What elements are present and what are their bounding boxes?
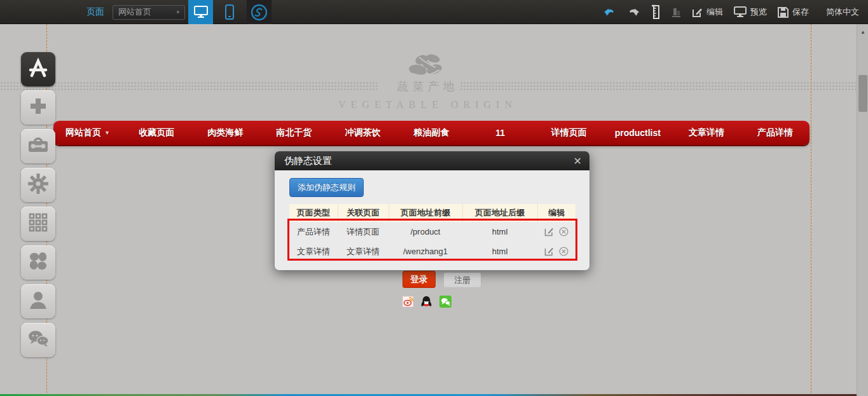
- cell-url-suffix: html: [462, 242, 537, 261]
- table-row: 产品详情 详情页面 /product html: [289, 222, 575, 242]
- grid-icon: [29, 213, 48, 235]
- nav-item-detail-page[interactable]: 详情页面: [535, 121, 603, 145]
- clover-icon: [28, 251, 48, 274]
- app-design-icon: [27, 58, 49, 81]
- cell-linked-page: 详情页面: [338, 222, 389, 242]
- site-nav: 网站首页 ▼ 收藏页面 肉类海鲜 南北干货 冲调茶饮 粮油副食 11 详情页面 …: [53, 121, 809, 145]
- rules-table: 页面类型 关联页面 页面地址前缀 页面地址后缀 编辑 产品详情 详情页面 /pr…: [289, 204, 575, 261]
- nav-item-label: 南北干货: [276, 127, 312, 139]
- save-floppy-icon: [778, 7, 789, 18]
- login-label: 登录: [410, 274, 428, 285]
- editor-topbar: 页面 网站首页 ▾: [0, 0, 868, 24]
- nav-item-label: 产品详情: [757, 127, 793, 139]
- nav-item-label: 冲调茶饮: [345, 127, 380, 139]
- sidebar-plugins-button[interactable]: [21, 245, 55, 280]
- nav-item-grain-oil[interactable]: 粮油副食: [397, 121, 465, 145]
- page-guide-right: [811, 24, 811, 396]
- sidebar-settings-button[interactable]: [21, 168, 55, 202]
- chevron-down-icon: ▼: [104, 130, 110, 136]
- nav-item-label: 收藏页面: [139, 127, 174, 139]
- desktop-view-button[interactable]: [188, 0, 213, 24]
- pseudo-static-dialog: 伪静态设置 ✕ 添加伪静态规则 页面类型 关联页面 页面地址前缀 页面地址后缀 …: [275, 151, 589, 270]
- cell-page-type: 文章详情: [289, 242, 338, 261]
- user-icon: [28, 290, 48, 313]
- sync-view-button[interactable]: [247, 0, 272, 24]
- nav-item-label: 粮油副食: [414, 127, 450, 139]
- page-select-value: 网站首页: [118, 6, 151, 18]
- nav-item-label: 11: [495, 128, 505, 138]
- redo-icon[interactable]: [627, 8, 640, 17]
- gear-icon: [27, 173, 49, 197]
- preview-monitor-icon: [734, 6, 747, 18]
- nav-item-productlist[interactable]: productlist: [603, 121, 672, 145]
- ruler-icon[interactable]: [651, 4, 661, 20]
- rules-table-header-row: 页面类型 关联页面 页面地址前缀 页面地址后缀 编辑: [289, 204, 575, 222]
- nav-item-dry-goods[interactable]: 南北干货: [259, 121, 328, 145]
- sidebar-wechat-button[interactable]: [21, 323, 55, 357]
- save-button[interactable]: 保存: [778, 6, 809, 18]
- add-rule-button[interactable]: 添加伪静态规则: [289, 178, 364, 197]
- nav-item-label: 文章详情: [689, 127, 724, 139]
- edit-row-icon[interactable]: [544, 247, 554, 256]
- cell-url-suffix: html: [462, 222, 537, 242]
- login-button[interactable]: 登录: [403, 271, 436, 288]
- page-select[interactable]: 网站首页 ▾: [113, 5, 185, 20]
- edit-button[interactable]: 编辑: [692, 6, 723, 18]
- wechat-icon[interactable]: [439, 296, 451, 308]
- social-login-row: [403, 296, 451, 308]
- cell-linked-page: 文章详情: [338, 242, 389, 261]
- edit-row-icon[interactable]: [544, 227, 554, 236]
- sidebar-design-button[interactable]: [21, 52, 55, 86]
- site-title: 蔬菜产地: [0, 79, 855, 94]
- qq-icon[interactable]: [420, 296, 432, 308]
- scroll-up-arrow-icon[interactable]: ▲: [857, 29, 868, 35]
- col-header-edit: 编辑: [537, 204, 575, 222]
- sidebar-modules-button[interactable]: [21, 207, 55, 241]
- site-logo-icon: [404, 52, 450, 83]
- register-label: 注册: [454, 275, 471, 286]
- chat-bubbles-icon: [27, 329, 50, 351]
- nav-item-favorites[interactable]: 收藏页面: [122, 121, 191, 145]
- edit-label: 编辑: [706, 6, 723, 18]
- register-button[interactable]: 注册: [443, 272, 481, 288]
- chevron-down-icon: ▾: [176, 9, 179, 15]
- scrollbar-thumb[interactable]: [858, 75, 867, 112]
- stats-icon[interactable]: [672, 6, 681, 18]
- sidebar-add-module-button[interactable]: [21, 90, 55, 125]
- undo-icon[interactable]: [603, 8, 616, 17]
- nav-item-article-detail[interactable]: 文章详情: [672, 121, 741, 145]
- vertical-scrollbar[interactable]: ▲: [857, 24, 868, 396]
- dialog-titlebar[interactable]: 伪静态设置 ✕: [275, 151, 589, 170]
- sidebar-toolbox-button[interactable]: [21, 129, 55, 163]
- nav-item-meat-seafood[interactable]: 肉类海鲜: [191, 121, 259, 145]
- site-subtitle: VEGETABLE ORIGIN: [0, 99, 855, 111]
- nav-item-home[interactable]: 网站首页 ▼: [53, 121, 122, 145]
- preview-label: 预览: [750, 6, 767, 18]
- nav-item-11[interactable]: 11: [466, 121, 535, 145]
- close-icon[interactable]: ✕: [574, 155, 582, 167]
- nav-item-label: productlist: [615, 128, 661, 138]
- editor-canvas: 蔬菜产地 VEGETABLE ORIGIN 网站首页 ▼ 收藏页面 肉类海鲜 南…: [0, 24, 868, 396]
- sidebar-member-button[interactable]: [21, 284, 55, 318]
- mobile-view-button[interactable]: [217, 0, 242, 24]
- topbar-right-group: 编辑 预览 保存 简体中文: [603, 0, 859, 24]
- preview-button[interactable]: 预览: [734, 6, 767, 18]
- toolbox-icon: [27, 135, 49, 157]
- page-label: 页面: [86, 6, 104, 18]
- nav-item-label: 网站首页: [65, 127, 101, 139]
- topbar-left-group: 页面 网站首页 ▾: [86, 0, 272, 24]
- nav-item-tea-drinks[interactable]: 冲调茶饮: [328, 121, 397, 145]
- delete-row-icon[interactable]: [559, 247, 568, 256]
- cell-url-prefix: /product: [389, 222, 462, 242]
- nav-item-label: 肉类海鲜: [207, 127, 243, 139]
- sync-icon: [251, 4, 268, 21]
- edit-pencil-icon: [692, 7, 703, 18]
- nav-item-product-detail[interactable]: 产品详情: [741, 121, 809, 145]
- col-header-linked-page: 关联页面: [338, 204, 389, 222]
- delete-row-icon[interactable]: [559, 227, 568, 236]
- col-header-url-prefix: 页面地址前缀: [389, 204, 462, 222]
- weibo-icon[interactable]: [403, 296, 413, 307]
- dialog-title: 伪静态设置: [284, 155, 332, 167]
- language-switcher[interactable]: 简体中文: [826, 6, 859, 18]
- nav-item-label: 详情页面: [551, 127, 587, 139]
